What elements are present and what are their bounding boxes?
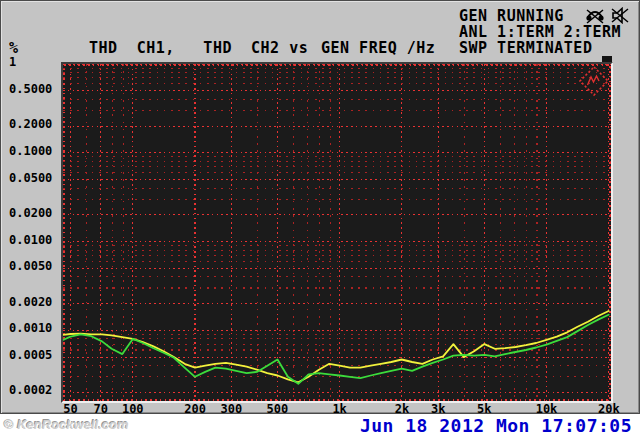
x-tick-label: 3k [416,403,460,415]
analyzer-screen: % THD CH1, THD CH2 vs GEN FREQ /Hz GEN R… [0,0,640,414]
status-analyzer: ANL 1:TERM 2:TERM [459,25,621,39]
x-tick-label: 10k [525,403,569,415]
y-tick-label: 0.0010 [9,322,57,335]
y-tick-label: 1 [9,56,57,69]
speaker-muted-icon [610,7,630,24]
y-tick-label: 0.0050 [9,260,57,273]
y-axis-unit-label: % [9,41,19,55]
screenshot-root: % THD CH1, THD CH2 vs GEN FREQ /Hz GEN R… [0,0,640,436]
y-tick-label: 0.0002 [9,384,57,397]
status-generator: GEN RUNNING [459,9,564,23]
watermark: © KenRockwell.com [4,417,128,432]
y-tick-label: 0.1000 [9,145,57,158]
thd-vs-frequency-plot [61,62,613,403]
x-tick-label: 5k [462,403,506,415]
x-tick-label: 500 [255,403,299,415]
y-tick-label: 0.0200 [9,207,57,220]
x-tick-label: 20k [587,403,631,415]
y-tick-label: 0.0020 [9,296,57,309]
x-tick-label: 100 [111,403,155,415]
status-icon-group [585,7,630,24]
y-tick-label: 0.0500 [9,172,57,185]
y-tick-label: 0.0100 [9,234,57,247]
y-tick-label: 0.5000 [9,83,57,96]
y-tick-label: 0.0005 [9,349,57,362]
datetime-stamp: Jun 18 2012 Mon 17:07:05 [360,415,632,436]
x-tick-label: 300 [209,403,253,415]
trace-title: THD CH1, THD CH2 vs [89,41,308,55]
x-tick-label: 1k [318,403,362,415]
monitor-muted-icon [585,7,605,24]
x-axis-title: GEN FREQ /Hz [321,41,435,55]
y-tick-label: 0.2000 [9,118,57,131]
status-sweep: SWP TERMINATED [459,41,592,55]
